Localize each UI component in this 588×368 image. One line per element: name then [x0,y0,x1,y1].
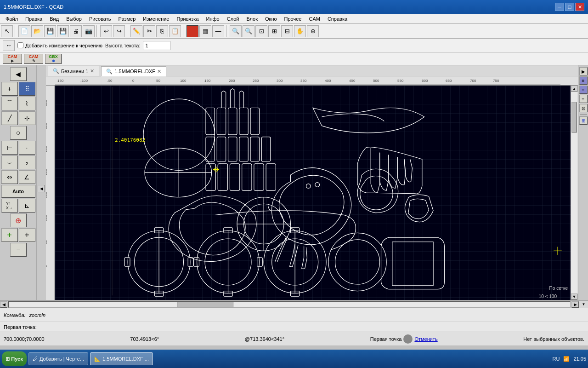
bezier2-button[interactable]: ₂ [19,155,35,169]
vscroll-track[interactable] [571,92,577,293]
auto-button[interactable]: Auto [1,185,35,198]
target-button[interactable]: ⊕ [10,213,27,227]
hscroll-right-button[interactable]: ▶ [571,301,579,308]
rp-expand-button[interactable]: ⊞ [579,116,588,125]
menu-help[interactable]: Справка [324,14,351,24]
cut-button[interactable]: ✂ [143,25,155,37]
svg-point-55 [315,183,320,187]
bezier-button[interactable]: ⌣ [1,155,18,169]
menu-info[interactable]: Инфо [203,14,223,24]
new-button[interactable]: 📄 [18,25,30,37]
trim-button[interactable]: ⊢ [1,141,18,155]
pointer-tool-button[interactable]: ↖ [1,25,13,37]
menu-cam[interactable]: CAM [305,14,323,24]
linetype-button[interactable]: — [212,25,224,37]
extend-button[interactable]: · [19,141,35,155]
offset-button[interactable]: ∠ [19,170,35,184]
menu-block[interactable]: Блок [243,14,261,24]
coord-button[interactable]: Y↑X→ [1,199,18,213]
hscroll-left-button[interactable]: ◀ [0,301,7,308]
menu-modify[interactable]: Изменение [139,14,173,24]
snap-tools: + ⠿ [1,82,35,96]
zoom-prev-button[interactable]: ⊟ [281,25,293,37]
angle-measure-button[interactable]: ⊾ [19,199,35,213]
taskbar-item-1[interactable]: 🖊 Добавить | Черте... [28,352,88,365]
canvas-scroll-left-button[interactable]: ◀ [38,185,45,192]
left-arrow-button[interactable]: ◀ [10,67,27,81]
pencil-button[interactable]: ✏️ [130,25,142,37]
text-height-input[interactable] [143,41,170,50]
circle-button[interactable]: ○ [10,126,27,140]
vscroll-thumb[interactable] [571,102,577,132]
rp-button-2[interactable]: ≡ [579,76,588,85]
taskbar-item-2[interactable]: 📐 1.5MMOREL.DXF ... [90,352,153,365]
mirror-button[interactable]: ⇔ [1,170,18,184]
dot-line-button[interactable]: ⊹ [19,111,35,125]
vscroll-up-button[interactable]: ▲ [571,86,577,92]
line-tools: ╱ ⊹ [1,111,35,125]
vertical-scrollbar[interactable]: ▲ ▼ [571,86,578,300]
close-button[interactable]: ✕ [575,3,584,11]
subtract-button[interactable]: + [19,228,35,242]
add-button[interactable]: + [1,228,18,242]
arc-tool-button[interactable]: ⌒ [1,97,18,110]
rp-button-3[interactable]: ≡ [579,86,588,94]
menu-draw[interactable]: Рисовать [85,14,115,24]
zoom-in-button[interactable]: 🔍 [230,25,242,37]
menu-view[interactable]: Вид [46,14,62,24]
cam-run-button[interactable]: CAM ▶ [3,54,22,64]
down-button[interactable]: − [10,243,27,257]
tab-dxf[interactable]: 🔍 1.5MMOREL.DXF ✕ [101,66,166,76]
menu-misc[interactable]: Прочее [281,14,305,24]
add-dimension-checkbox[interactable] [17,42,23,48]
redo-button[interactable]: ↪ [113,25,125,37]
maximize-button[interactable]: □ [565,3,574,11]
spline-tool-button[interactable]: ⌇ [19,97,35,110]
zoom-fit-button[interactable]: ⊡ [255,25,267,37]
menu-select[interactable]: Выбор [62,14,85,24]
copy-button[interactable]: ⎘ [156,25,168,37]
coord-section: 700.0000;70.0000 [4,336,45,342]
color-button[interactable] [187,25,198,37]
start-button[interactable]: ⊞ Пуск [2,351,27,366]
print-button[interactable]: 🖨 [70,25,82,37]
hscroll-thumb[interactable] [177,302,233,307]
zoom-window-button[interactable]: ⊞ [268,25,280,37]
menu-file[interactable]: Файл [2,14,22,24]
fill-button[interactable]: ▦ [199,25,211,37]
pan-button[interactable]: ✋ [294,25,306,37]
svg-text:200: 200 [229,79,235,83]
menu-snap[interactable]: Привязка [173,14,202,24]
rp-button-1[interactable]: ▶ [579,67,588,75]
gbx-button[interactable]: GBX ⊕ [45,54,62,64]
horizontal-scrollbar[interactable] [8,301,571,308]
zoom-realtime-button[interactable]: ⊕ [307,25,319,37]
menu-dimension[interactable]: Размер [115,14,140,24]
drawing-canvas[interactable]: 2.40176082 [55,86,571,300]
tab-close-button[interactable]: ✕ [90,68,94,74]
save-as-button[interactable]: 💾 [57,25,69,37]
screenshot-button[interactable]: 📷 [83,25,95,37]
menu-window[interactable]: Окно [261,14,281,24]
svg-text:500: 500 [373,79,379,83]
snap-point-button[interactable]: ⠿ [19,82,35,96]
paste-button[interactable]: 📋 [169,25,181,37]
snap-grid-button[interactable]: + [1,82,18,96]
angle-line-button[interactable]: ╱ [1,111,18,125]
menu-edit[interactable]: Правка [22,14,46,24]
vscroll-down-button[interactable]: ▼ [571,293,577,300]
cancel-button[interactable]: Отменить [414,336,437,342]
zoom-out-button[interactable]: 🔍 [243,25,254,37]
minimize-button[interactable]: ─ [555,3,564,11]
tab-unnamed[interactable]: 🔍 Безимени 1 ✕ [48,66,99,76]
menu-layer[interactable]: Слой [223,14,243,24]
rp-button-5[interactable]: ⊡ [579,104,588,112]
cam-edit-button[interactable]: CAM ✎ [24,54,43,64]
undo-button[interactable]: ↩ [100,25,112,37]
rp-button-4[interactable]: ≡ [579,95,588,103]
dimension-tool-button[interactable]: ↔ [3,40,15,51]
open-button[interactable]: 📂 [31,25,43,37]
tab-dxf-close-button[interactable]: ✕ [157,69,161,75]
start-label: Пуск [11,356,23,362]
save-button[interactable]: 💾 [44,25,56,37]
